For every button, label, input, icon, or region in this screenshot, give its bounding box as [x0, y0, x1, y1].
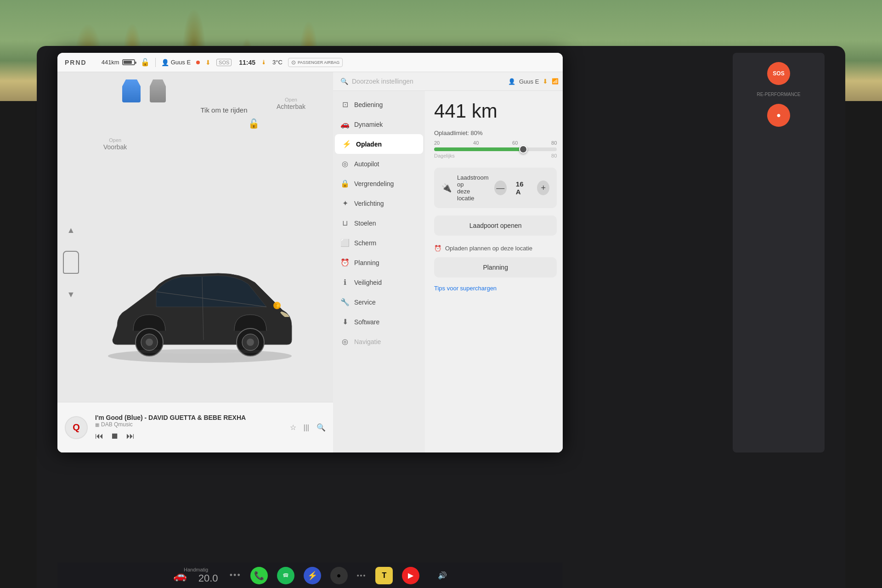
search-input[interactable]: Doorzoek instellingen — [352, 78, 413, 85]
svg-point-7 — [247, 339, 254, 346]
veiligheid-icon: ℹ — [340, 278, 350, 287]
handmatig-label: Handmatig — [184, 567, 208, 572]
decrease-current-button[interactable]: — — [494, 181, 507, 195]
trunk-open-label[interactable]: Open Achterbak — [277, 96, 305, 110]
track-title: I'm Good (Blue) - DAVID GUETTA & BEBE RE… — [95, 414, 283, 421]
prev-track-button[interactable]: ⏮ — [95, 431, 103, 441]
stop-button[interactable]: ⏹ — [111, 431, 119, 441]
supercharger-link[interactable]: Tips voor superchargen — [434, 285, 557, 292]
sos-button[interactable]: SOS — [767, 62, 790, 85]
nav-item-autopilot[interactable]: ◎ Autopilot — [333, 154, 425, 174]
search-media-icon[interactable]: 🔍 — [317, 423, 326, 432]
range-display: 441km — [102, 59, 119, 66]
battery-info: 441km — [102, 59, 135, 66]
nav-item-scherm[interactable]: ⬜ Scherm — [333, 233, 425, 253]
autopilot-icon: ◎ — [340, 159, 350, 168]
fluid-icon-blue[interactable] — [122, 79, 141, 102]
notes-icon[interactable]: T — [375, 567, 393, 584]
nav-menu: ⊡ Bediening 🚗 Dynamiek ⚡ Opladen ◎ Autop… — [333, 91, 425, 452]
dashcam-icon[interactable]: ● — [330, 567, 348, 584]
nav-item-service[interactable]: 🔧 Service — [333, 292, 425, 312]
nav-item-navigatie[interactable]: ◎ Navigatie — [333, 332, 425, 351]
search-icon: 🔍 — [340, 78, 348, 85]
nav-item-bediening[interactable]: ⊡ Bediening — [333, 95, 425, 114]
more-options-button[interactable]: ••• — [230, 571, 241, 580]
track-info: I'm Good (Blue) - DAVID GUETTA & BEBE RE… — [95, 414, 283, 441]
svg-point-10 — [126, 349, 273, 354]
status-bar: PRND 441km 🔓 👤 Guus E ⬇ SOS 11:45 🌡 3°C … — [57, 53, 563, 72]
nav-item-vergrendeling[interactable]: 🔒 Vergrendeling — [333, 174, 425, 193]
bluetooth-icon[interactable]: ⚡ — [304, 567, 321, 584]
taskbar: 🚗 Handmatig 20.0 ••• 📞 ⚡ ● ••• T ▶ 🔊 — [57, 563, 563, 588]
scroll-down-arrow[interactable]: ▼ — [64, 288, 78, 301]
stoelen-icon: ⊔ — [340, 219, 350, 227]
nav-item-planning[interactable]: ⏰ Planning — [333, 253, 425, 272]
increase-current-button[interactable]: + — [537, 181, 549, 195]
next-track-button[interactable]: ⏭ — [126, 431, 135, 441]
charge-slider[interactable]: 20406080 Dagelijks 80 — [434, 140, 557, 158]
wifi-icon: 📶 — [552, 78, 559, 85]
slider-sub-labels: Dagelijks 80 — [434, 153, 557, 158]
spotify-icon[interactable] — [277, 567, 294, 584]
temperature-display: 3°C — [272, 59, 283, 66]
airbag-icon: ⊙ — [291, 59, 296, 66]
passenger-airbag-indicator: ⊙ PASSENGER AIRBAG — [288, 58, 343, 67]
car-outline-icon[interactable] — [63, 251, 79, 274]
current-value: 16 A — [512, 180, 531, 196]
side-button-2[interactable]: ● — [767, 104, 790, 127]
current-control: 🔌 Laadstroom opdeze locatie — 16 A + — [434, 168, 557, 208]
qmusic-logo[interactable]: Q — [65, 416, 88, 439]
battery-icon — [122, 59, 135, 65]
cabin-temp-value[interactable]: 20.0 — [196, 572, 220, 584]
nav-item-stoelen[interactable]: ⊔ Stoelen — [333, 213, 425, 233]
nav-item-verlichting[interactable]: ✦ Verlichting — [333, 193, 425, 213]
left-nav-arrows: ▲ ▼ — [63, 223, 79, 301]
download-icon: ⬇ — [205, 59, 211, 66]
recording-indicator — [196, 61, 200, 64]
charge-limit-label: Oplaadlimiet: 80% — [434, 130, 557, 136]
nav-item-opladen[interactable]: ⚡ Opladen — [335, 134, 423, 154]
scroll-up-arrow[interactable]: ▲ — [64, 223, 78, 237]
user-name: Guus E — [519, 78, 539, 85]
frunk-open-label[interactable]: Open Voorbak — [103, 136, 127, 151]
door-lock-icon[interactable]: 🔓 — [248, 118, 260, 129]
temp-icon: 🌡 — [261, 59, 267, 66]
dynamiek-icon: 🚗 — [340, 120, 350, 129]
nav-item-software[interactable]: ⬇ Software — [333, 312, 425, 332]
svg-point-4 — [146, 339, 153, 346]
settings-panel: 🔍 Doorzoek instellingen 👤 Guus E ⬇ 📶 ⊡ — [333, 72, 563, 452]
search-bar: 🔍 Doorzoek instellingen 👤 Guus E ⬇ 📶 — [333, 72, 563, 91]
charging-content: 441 km Oplaadlimiet: 80% 20406080 — [425, 91, 563, 452]
temperature-control: Handmatig 20.0 — [196, 567, 220, 584]
dots-separator: ••• — [357, 572, 367, 579]
favorite-icon[interactable]: ☆ — [290, 423, 296, 432]
charge-slider-track[interactable] — [434, 147, 557, 151]
user-icon: 👤 — [508, 78, 515, 85]
volume-icon[interactable]: 🔊 — [438, 571, 447, 580]
lock-icon: 🔓 — [141, 58, 150, 67]
gear-selector[interactable]: PRND — [65, 59, 87, 66]
time-display: 11:45 — [239, 59, 255, 66]
planning-button[interactable]: Planning — [434, 257, 557, 277]
phone-icon[interactable]: 📞 — [250, 567, 268, 584]
youtube-icon[interactable]: ▶ — [402, 567, 419, 584]
svg-text:⚡: ⚡ — [275, 303, 281, 309]
settings-layout: ⊡ Bediening 🚗 Dynamiek ⚡ Opladen ◎ Autop… — [333, 91, 563, 452]
fluid-icon-gray[interactable] — [150, 79, 166, 102]
driver-name: 👤 Guus E — [161, 59, 191, 66]
open-port-button[interactable]: Laadpoort openen — [434, 215, 557, 236]
slider-thumb[interactable] — [519, 145, 527, 153]
car-visualization-panel: ▲ ▼ Tik om te rijden Open Voorbak — [57, 72, 333, 452]
user-info-bar: 👤 Guus E ⬇ 📶 — [508, 78, 559, 85]
svg-point-11 — [282, 571, 290, 580]
verlichting-icon: ✦ — [340, 199, 350, 208]
equalizer-icon[interactable]: ||| — [304, 424, 309, 432]
media-controls: ⏮ ⏹ ⏭ — [95, 431, 283, 441]
nav-item-veiligheid[interactable]: ℹ Veiligheid — [333, 272, 425, 292]
side-panel-text: RE-PERFORMANCE — [757, 92, 800, 97]
scherm-icon: ⬜ — [340, 238, 350, 247]
nav-item-dynamiek[interactable]: 🚗 Dynamiek — [333, 114, 425, 134]
opladen-icon: ⚡ — [342, 140, 351, 148]
slider-labels: 20406080 — [434, 140, 557, 146]
person-icon: 👤 — [161, 59, 169, 66]
